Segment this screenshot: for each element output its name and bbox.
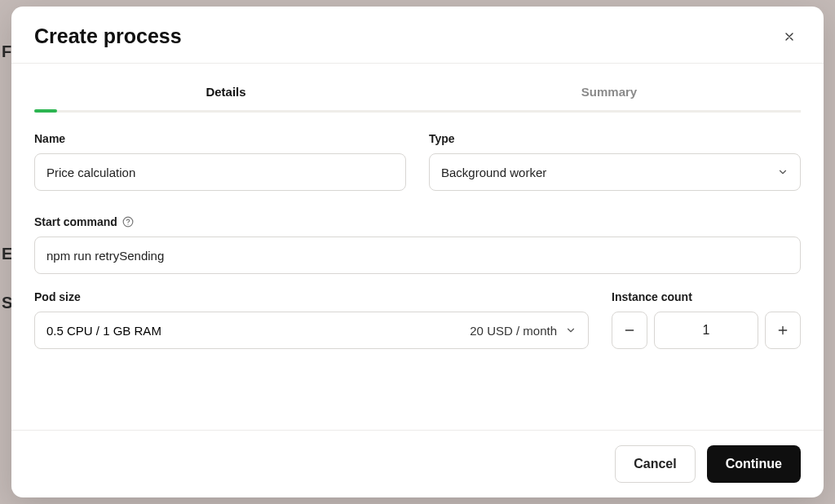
instance-count-stepper: 1	[612, 312, 801, 349]
tabs-container: Details Summary	[11, 64, 824, 113]
increment-button[interactable]	[765, 312, 801, 349]
cancel-button[interactable]: Cancel	[615, 445, 695, 483]
create-process-modal: Create process Details Summary Name Type…	[11, 7, 824, 497]
type-label: Type	[429, 132, 801, 145]
type-value: Background worker	[441, 166, 546, 179]
tab-progress-indicator	[34, 109, 57, 113]
tab-summary[interactable]: Summary	[418, 78, 801, 110]
pod-price-value: 20 USD / month	[470, 324, 557, 338]
pod-size-select[interactable]: 0.5 CPU / 1 GB RAM 20 USD / month	[34, 312, 589, 349]
pod-size-value: 0.5 CPU / 1 GB RAM	[46, 324, 161, 338]
start-command-label-text: Start command	[34, 215, 117, 228]
start-command-input[interactable]	[34, 237, 801, 274]
decrement-button[interactable]	[612, 312, 647, 349]
name-input[interactable]	[34, 153, 406, 191]
modal-body: Name Type Background worker Start comman…	[11, 113, 824, 430]
start-command-label: Start command	[34, 215, 801, 228]
chevron-down-icon	[565, 325, 577, 336]
background-letter: F	[2, 42, 11, 61]
plus-icon	[776, 324, 789, 337]
instance-count-label: Instance count	[612, 290, 801, 303]
tab-details[interactable]: Details	[34, 78, 418, 110]
modal-footer: Cancel Continue	[11, 430, 824, 497]
help-icon[interactable]	[122, 216, 134, 228]
modal-title: Create process	[34, 24, 182, 48]
pod-size-label: Pod size	[34, 290, 589, 303]
continue-button[interactable]: Continue	[707, 445, 801, 483]
close-button[interactable]	[778, 25, 801, 48]
minus-icon	[623, 324, 636, 337]
modal-header: Create process	[11, 7, 824, 64]
chevron-down-icon	[777, 166, 789, 178]
tabs: Details Summary	[34, 78, 801, 113]
name-label: Name	[34, 132, 406, 145]
type-select[interactable]: Background worker	[429, 153, 801, 191]
instance-count-value[interactable]: 1	[654, 312, 758, 349]
close-icon	[783, 30, 796, 43]
